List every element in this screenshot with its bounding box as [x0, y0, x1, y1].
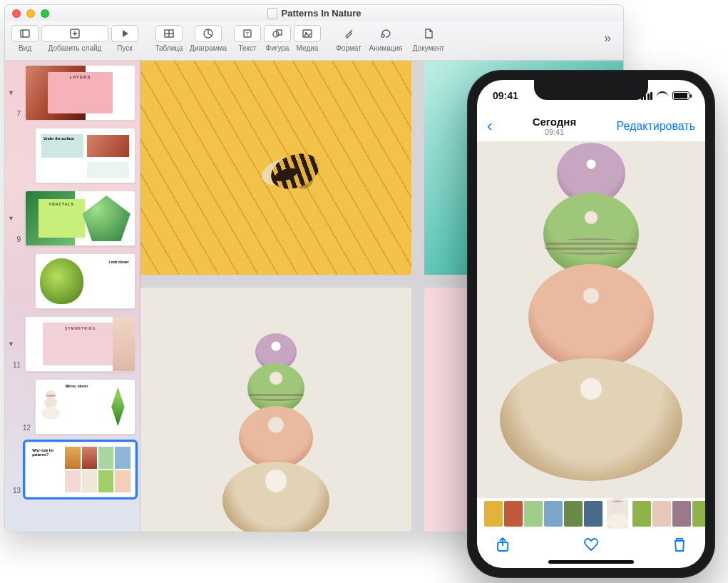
trash-icon — [671, 536, 688, 553]
scrubber-thumbnail[interactable] — [484, 501, 503, 527]
table-button[interactable]: Таблица — [155, 25, 183, 52]
scrubber-thumbnail[interactable] — [564, 501, 583, 527]
iphone-screen: 09:41 ‹ Сегодня 09:41 Редактировать — [477, 80, 705, 568]
scrubber-thumbnail[interactable] — [584, 501, 603, 527]
scrubber-thumbnail[interactable] — [672, 501, 691, 527]
close-window-button[interactable] — [12, 9, 21, 18]
photo-viewer[interactable] — [477, 141, 705, 498]
slide-navigator[interactable]: ▼ 7 ▼ 9 Look closer ▼ 11 — [5, 61, 140, 532]
edit-button[interactable]: Редактировать — [616, 120, 695, 133]
chevron-left-icon: ‹ — [487, 117, 492, 135]
document-button[interactable]: Документ — [409, 25, 448, 52]
toolbar: Вид Добавить слайд Пуск Таблица Диаграмм… — [5, 22, 623, 61]
view-icon — [19, 28, 31, 39]
zoom-window-button[interactable] — [41, 9, 49, 18]
window-title-text: Patterns In Nature — [282, 8, 362, 19]
nav-title: Сегодня 09:41 — [533, 116, 577, 137]
scrubber-thumbnail[interactable] — [632, 501, 651, 527]
ios-nav-bar: ‹ Сегодня 09:41 Редактировать — [477, 111, 705, 141]
slide-thumbnail[interactable]: ▼ 9 — [9, 191, 135, 246]
photo-scrubber[interactable] — [477, 498, 705, 529]
table-icon — [163, 28, 175, 39]
animation-icon — [380, 28, 391, 39]
disclosure-triangle-icon[interactable]: ▼ — [8, 340, 14, 348]
window-title: Patterns In Nature — [5, 8, 623, 19]
view-button[interactable]: Вид — [11, 25, 39, 52]
chart-icon — [202, 28, 214, 39]
format-button[interactable]: Формат — [334, 25, 363, 52]
share-icon — [494, 536, 511, 553]
slide-thumbnail[interactable]: 12 Mirror, mirror — [9, 379, 135, 435]
canvas-image-honeycomb[interactable] — [140, 61, 411, 275]
media-button[interactable]: Медиа — [293, 25, 322, 52]
media-icon — [302, 28, 313, 39]
brush-icon — [343, 28, 354, 39]
svg-point-12 — [273, 31, 279, 37]
home-indicator[interactable] — [548, 560, 634, 564]
scrubber-thumbnail[interactable] — [607, 499, 628, 528]
heart-icon — [583, 536, 600, 553]
scrubber-thumbnail[interactable] — [692, 501, 705, 527]
window-controls — [12, 9, 49, 18]
svg-text:T: T — [246, 31, 250, 37]
add-slide-button[interactable]: Добавить слайд — [41, 25, 109, 52]
disclosure-triangle-icon[interactable]: ▼ — [8, 215, 14, 222]
animation-button[interactable]: Анимация — [364, 25, 407, 52]
window-titlebar[interactable]: Patterns In Nature — [5, 5, 623, 22]
delete-button[interactable] — [671, 536, 688, 556]
toolbar-overflow-button[interactable]: » — [598, 29, 617, 46]
scrubber-thumbnail[interactable] — [524, 501, 543, 527]
text-button[interactable]: T Текст — [233, 25, 262, 52]
text-icon: T — [242, 28, 253, 39]
slide-thumbnail-selected[interactable]: 13 Why look for patterns? — [9, 442, 135, 497]
shape-icon — [272, 28, 283, 39]
iphone-notch — [534, 80, 648, 100]
scrubber-thumbnail[interactable] — [544, 501, 563, 527]
wifi-icon — [657, 91, 668, 100]
document-icon — [267, 8, 277, 19]
minimize-window-button[interactable] — [26, 9, 35, 18]
chevron-double-right-icon: » — [604, 31, 611, 46]
favorite-button[interactable] — [583, 536, 600, 556]
document-icon — [423, 28, 434, 39]
svg-marker-5 — [123, 30, 128, 37]
play-button[interactable]: Пуск — [111, 25, 139, 52]
play-icon — [119, 28, 130, 39]
disclosure-triangle-icon[interactable]: ▼ — [8, 89, 14, 96]
plus-icon — [69, 28, 81, 39]
battery-icon — [672, 91, 689, 100]
svg-point-16 — [381, 34, 384, 37]
slide-thumbnail[interactable]: ▼ 7 — [9, 65, 135, 121]
slide-thumbnail[interactable] — [9, 128, 135, 183]
back-button[interactable]: ‹ — [487, 117, 492, 136]
iphone-device: 09:41 ‹ Сегодня 09:41 Редактировать — [467, 70, 715, 578]
svg-rect-0 — [21, 30, 29, 37]
status-time: 09:41 — [493, 90, 518, 101]
photo-content — [500, 143, 682, 481]
slide-thumbnail[interactable]: Look closer — [9, 253, 135, 309]
canvas-image-urchins[interactable] — [140, 288, 411, 532]
slide-thumbnail[interactable]: ▼ 11 — [9, 316, 135, 372]
scrubber-thumbnail[interactable] — [504, 501, 523, 527]
scrubber-thumbnail[interactable] — [652, 501, 671, 527]
chart-button[interactable]: Диаграмма — [185, 25, 232, 52]
share-button[interactable] — [494, 536, 511, 556]
shape-button[interactable]: Фигура — [263, 25, 292, 52]
